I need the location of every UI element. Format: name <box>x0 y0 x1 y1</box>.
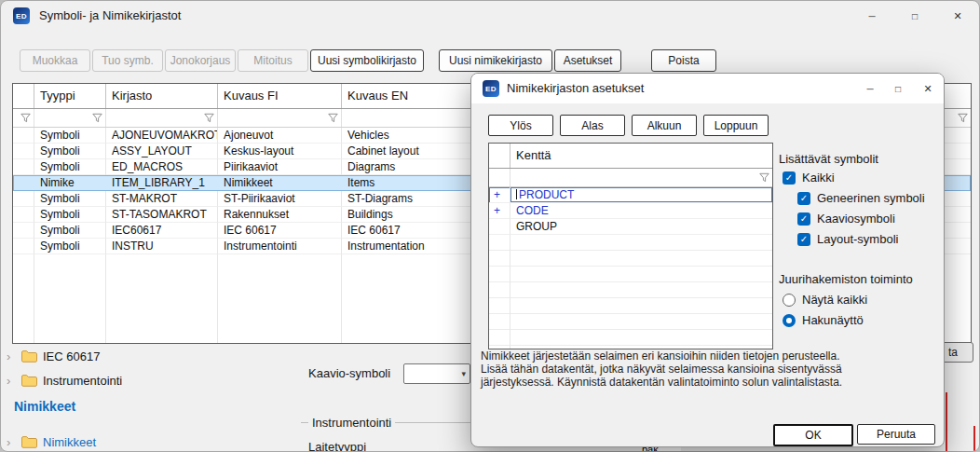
cell-tyyppi: Symboli <box>34 207 106 223</box>
checkbox-label: Kaaviosymboli <box>817 212 895 226</box>
checkbox-geneerinen-symboli[interactable]: ✓ Geneerinen symboli <box>797 191 925 205</box>
chevron-right-icon[interactable]: › <box>7 435 16 449</box>
uusi-symbolikirjasto-button[interactable]: Uusi symbolikirjasto <box>310 49 424 72</box>
row-indicator <box>13 144 34 159</box>
filter-funnel-icon[interactable] <box>92 113 102 123</box>
row-indicator <box>13 191 34 207</box>
cell-kirjasto: AJONEUVOMAKROT <box>106 128 218 144</box>
row-expander[interactable]: + <box>489 203 510 219</box>
row-indicator <box>13 175 34 191</box>
row-indicator <box>13 239 34 254</box>
nimikekirjaston-asetukset-dialog: ED Nimikekirjaston asetukset ─ □ ✕ Ylös … <box>470 73 945 447</box>
cell-tyyppi: Symboli <box>34 191 106 207</box>
cell-kirjasto: IEC60617 <box>106 223 218 239</box>
folder-icon <box>21 375 37 387</box>
field-name: CODE <box>510 203 772 219</box>
cell-tyyppi: Symboli <box>34 159 106 175</box>
poista-button[interactable]: Poista <box>651 49 716 72</box>
alas-button[interactable]: Alas <box>560 115 625 136</box>
uusi-nimikekirjasto-button[interactable]: Uusi nimikekirjasto <box>439 49 552 72</box>
dialog-minimize-icon[interactable]: ─ <box>856 74 884 103</box>
cell-kirjasto: ST-MAKROT <box>106 191 218 207</box>
dialog-maximize-icon[interactable]: □ <box>884 74 912 103</box>
filter-cell[interactable] <box>489 169 510 186</box>
header-tyyppi[interactable]: Tyyppi <box>34 84 106 108</box>
field-row-product[interactable]: + PRODUCT <box>489 187 772 203</box>
header-indicator-cell <box>13 84 34 108</box>
ok-button[interactable]: OK <box>773 424 853 446</box>
filter-funnel-icon[interactable] <box>328 113 338 123</box>
filter-funnel-icon[interactable] <box>958 113 968 123</box>
tuo-symb-button: Tuo symb. <box>92 49 163 72</box>
checkbox-checked-icon[interactable]: ✓ <box>783 171 796 185</box>
asetukset-button[interactable]: Asetukset <box>554 49 621 72</box>
filter-cell[interactable] <box>34 109 106 127</box>
radio-label: Näytä kaikki <box>802 293 867 307</box>
root-panel-title: Juurihakemiston toiminto <box>779 272 913 286</box>
dialog-close-icon[interactable]: ✕ <box>912 74 944 103</box>
minimize-icon[interactable]: ─ <box>851 1 893 31</box>
ylos-button[interactable]: Ylös <box>488 115 553 136</box>
dialog-titlebar[interactable]: ED Nimikekirjaston asetukset ─ □ ✕ <box>471 74 944 103</box>
jonokorjaus-button: Jonokorjaus <box>165 49 236 72</box>
filter-funnel-icon[interactable] <box>204 113 214 123</box>
chevron-right-icon[interactable]: › <box>7 349 16 363</box>
filter-cell[interactable] <box>510 169 772 186</box>
tree-item-nimikkeet[interactable]: › Nimikkeet <box>7 433 96 450</box>
chevron-right-icon[interactable]: › <box>7 374 16 388</box>
checkbox-label: Kaikki <box>802 171 835 185</box>
text-caret <box>516 189 517 199</box>
maximize-icon[interactable]: □ <box>893 1 936 31</box>
cell-kirjasto: ITEM_LIBRARY_1 <box>106 175 218 191</box>
filter-cell[interactable] <box>218 109 342 127</box>
radio-nayta-kaikki[interactable]: Näytä kaikki <box>783 293 867 307</box>
tree-item-iec-60617[interactable]: › IEC 60617 <box>7 348 100 364</box>
alkuun-button[interactable]: Alkuun <box>632 115 697 136</box>
header-kentta[interactable]: Kenttä <box>510 144 772 168</box>
peruuta-button[interactable]: Peruuta <box>857 424 935 445</box>
row-expander[interactable]: + <box>489 187 510 203</box>
checkbox-checked-icon[interactable]: ✓ <box>797 192 810 205</box>
cell-kuvaus-fi: Piirikaaviot <box>218 159 342 175</box>
radio-label: Hakunäyttö <box>802 313 864 327</box>
filter-funnel-icon[interactable] <box>20 113 31 123</box>
dialog-description: Nimikkeet järjestetään selaimen eri kans… <box>481 349 846 389</box>
field-filter-row <box>489 169 772 187</box>
header-kirjasto[interactable]: Kirjasto <box>106 84 218 108</box>
cell-tyyppi: Symboli <box>34 128 106 144</box>
row-expander <box>489 219 510 235</box>
radio-hakunaytto[interactable]: Hakunäyttö <box>783 313 864 327</box>
cell-kuvaus-fi: Rakennukset <box>218 207 342 223</box>
dialog-title: Nimikekirjaston asetukset <box>507 74 644 103</box>
loppuun-button[interactable]: Loppuun <box>703 115 769 136</box>
header-expander-cell <box>489 144 510 168</box>
main-titlebar[interactable]: ED Symboli- ja Nimikekirjastot ─ □ ✕ <box>1 1 979 31</box>
radio-unselected-icon[interactable] <box>783 294 796 307</box>
field-row-group[interactable]: GROUP <box>489 219 772 235</box>
tree-item-instrumentointi[interactable]: › Instrumentointi <box>7 372 122 389</box>
cell-tyyppi: Symboli <box>34 144 106 159</box>
red-graphic-fragment <box>973 426 975 452</box>
checkbox-layout-symboli[interactable]: ✓ Layout-symboli <box>797 232 898 246</box>
groupbox-label: Instrumentointi <box>308 416 395 430</box>
field-row-code[interactable]: + CODE <box>489 203 772 219</box>
chevron-down-icon: ▾ <box>461 369 466 378</box>
close-icon[interactable]: ✕ <box>936 1 979 31</box>
checkbox-kaikki[interactable]: ✓ Kaikki <box>783 171 835 185</box>
folder-icon <box>21 350 37 363</box>
laitetyyppi-label: Laitetyyppi <box>308 440 366 452</box>
checkbox-kaaviosymboli[interactable]: ✓ Kaaviosymboli <box>797 212 895 226</box>
cell-kirjasto: ST-TASOMAKROT <box>106 207 218 223</box>
kaavio-symboli-combobox[interactable]: ▾ <box>403 363 470 384</box>
filter-cell[interactable] <box>106 109 218 127</box>
checkbox-checked-icon[interactable]: ✓ <box>797 233 810 246</box>
field-name-cell: PRODUCT <box>510 187 772 203</box>
checkbox-checked-icon[interactable]: ✓ <box>797 212 810 226</box>
radio-selected-icon[interactable] <box>783 314 796 327</box>
filter-funnel-icon[interactable] <box>759 172 769 183</box>
kaavio-symboli-label: Kaavio-symboli <box>308 366 390 380</box>
header-kuvaus-fi[interactable]: Kuvaus FI <box>218 84 342 108</box>
cell-tyyppi: Symboli <box>34 239 106 254</box>
filter-cell[interactable] <box>13 109 34 127</box>
dialog-app-icon: ED <box>483 80 499 97</box>
